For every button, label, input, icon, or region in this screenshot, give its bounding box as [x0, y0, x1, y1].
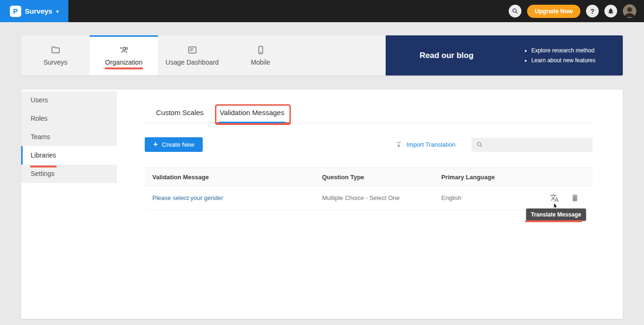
notifications-button[interactable]	[604, 5, 617, 17]
translate-message-button[interactable]: Translate Message	[550, 193, 559, 203]
primary-language-value: English	[434, 194, 542, 201]
dashboard-panel-icon	[187, 45, 198, 55]
table-search	[471, 138, 593, 152]
annotation-underline-organization	[105, 67, 143, 69]
nav-tab-label: Mobile	[251, 58, 270, 66]
table-header-row: Validation Message Question Type Primary…	[145, 167, 593, 186]
sidebar-item-label: Settings	[31, 170, 55, 177]
question-type-value: Multiple Choice - Select One	[314, 194, 434, 201]
import-translation-link[interactable]: Import Translation	[395, 141, 455, 149]
app-switcher[interactable]: P Surveys ▾	[0, 0, 68, 22]
nav-tab-label: Organization	[105, 58, 142, 66]
upgrade-button[interactable]: Upgrade Now	[527, 5, 580, 18]
nav-tab-label: Usage Dashboard	[165, 58, 219, 66]
validation-messages-table: Validation Message Question Type Primary…	[145, 167, 593, 210]
table-row: Please select your gender Multiple Choic…	[145, 186, 593, 210]
nav-tab-surveys[interactable]: Surveys	[21, 35, 90, 75]
topbar: P Surveys ▾ Upgrade Now ?	[0, 0, 644, 22]
help-button[interactable]: ?	[586, 5, 599, 17]
module-nav-card: Surveys Organization Usage Dashboard Mob…	[21, 35, 623, 75]
libraries-content: Custom Scales Validation Messages + Crea…	[145, 90, 593, 210]
toolbar: + Create New Import Translation	[145, 137, 593, 152]
column-header-primary-language: Primary Language	[434, 174, 542, 181]
brand-label: Surveys	[25, 7, 52, 15]
search-icon	[512, 8, 519, 15]
sidebar-item-label: Users	[31, 96, 48, 104]
import-icon	[395, 141, 403, 149]
column-header-question-type: Question Type	[314, 174, 434, 181]
tab-label: Validation Messages	[220, 108, 284, 117]
row-actions: Translate Message	[542, 193, 593, 203]
user-photo	[623, 4, 636, 18]
search-input[interactable]	[486, 141, 588, 148]
questionpro-logo: P	[10, 6, 21, 17]
mouse-cursor-icon	[552, 202, 559, 209]
bell-icon	[607, 8, 614, 15]
nav-tab-mobile[interactable]: Mobile	[226, 35, 295, 75]
delete-message-button[interactable]	[570, 193, 579, 202]
create-new-button[interactable]: + Create New	[145, 137, 203, 152]
sidebar-item-roles[interactable]: Roles	[21, 109, 117, 128]
toolbar-right: Import Translation	[395, 138, 593, 152]
nav-tab-usage-dashboard[interactable]: Usage Dashboard	[158, 35, 226, 75]
annotation-underline-tooltip	[525, 220, 582, 222]
blog-banner[interactable]: Read our blog Explore research method Le…	[386, 35, 623, 75]
sidebar-item-teams[interactable]: Teams	[21, 128, 117, 146]
organization-people-icon	[119, 45, 129, 55]
chevron-down-icon: ▾	[56, 8, 59, 15]
sidebar-item-label: Roles	[31, 115, 48, 122]
topbar-actions: Upgrade Now ?	[509, 4, 644, 18]
tooltip: Translate Message	[526, 208, 586, 221]
column-header-validation-message: Validation Message	[145, 174, 314, 181]
blog-title: Read our blog	[420, 51, 473, 60]
avatar[interactable]	[623, 4, 636, 18]
tab-label: Custom Scales	[156, 108, 204, 117]
main-card: Users Roles Teams Libraries Settings Cus…	[21, 90, 623, 319]
sidebar-item-label: Teams	[31, 133, 50, 141]
create-new-label: Create New	[162, 141, 194, 148]
mobile-phone-icon	[256, 45, 266, 55]
blog-bullet-list: Explore research method Learn about new …	[525, 46, 595, 66]
library-tabs: Custom Scales Validation Messages	[145, 108, 593, 123]
sidebar-item-users[interactable]: Users	[21, 91, 117, 109]
sidebar-item-settings[interactable]: Settings	[21, 165, 117, 183]
validation-message-link[interactable]: Please select your gender	[145, 194, 314, 201]
tab-custom-scales[interactable]: Custom Scales	[155, 108, 205, 123]
tooltip-text: Translate Message	[531, 211, 581, 218]
folder-icon	[50, 45, 61, 55]
settings-sidebar: Users Roles Teams Libraries Settings	[21, 90, 117, 319]
translate-icon	[550, 193, 559, 203]
sidebar-item-libraries[interactable]: Libraries	[21, 146, 117, 165]
plus-icon: +	[153, 140, 157, 149]
module-tabs: Surveys Organization Usage Dashboard Mob…	[21, 35, 386, 75]
nav-tab-organization[interactable]: Organization	[90, 35, 158, 75]
blog-bullet: Explore research method	[531, 46, 595, 56]
import-translation-label: Import Translation	[406, 141, 455, 148]
blog-bullet: Learn about new features	[531, 56, 595, 66]
search-button[interactable]	[509, 5, 521, 17]
tab-validation-messages[interactable]: Validation Messages	[219, 108, 285, 123]
nav-tab-label: Surveys	[43, 58, 67, 66]
search-icon	[476, 141, 483, 148]
sidebar-item-label: Libraries	[31, 151, 56, 159]
trash-icon	[570, 193, 579, 202]
